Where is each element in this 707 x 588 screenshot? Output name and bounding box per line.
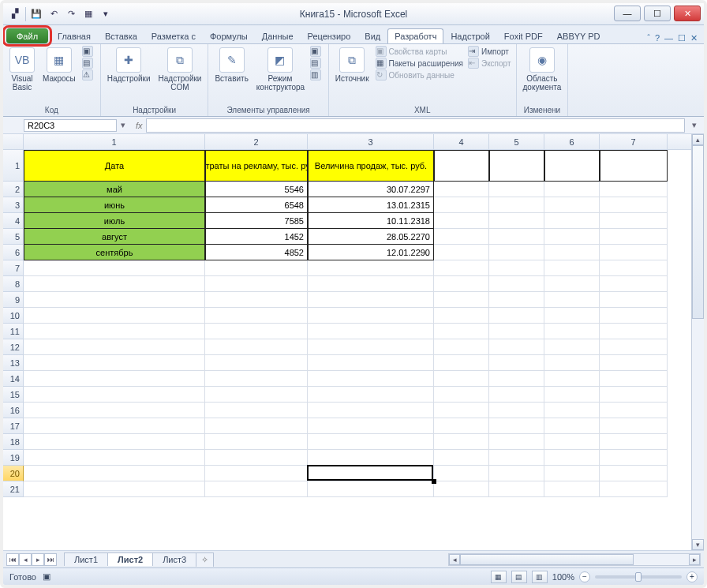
cell[interactable]: 30.07.2297 — [308, 182, 434, 197]
cell[interactable] — [600, 197, 668, 213]
row-header-14[interactable]: 14 — [3, 371, 24, 387]
vertical-scrollbar[interactable]: ▴ ▾ — [691, 134, 704, 550]
cell[interactable] — [489, 339, 544, 355]
cell[interactable] — [205, 308, 308, 324]
cell[interactable] — [544, 355, 600, 371]
cell[interactable] — [600, 466, 668, 481]
cell[interactable]: 7585 — [205, 213, 308, 229]
cell[interactable] — [434, 213, 489, 229]
cell[interactable] — [600, 213, 668, 229]
qat-dropdown-icon[interactable]: ▾ — [99, 7, 113, 21]
cell[interactable] — [308, 371, 434, 387]
sheet-tab-Лист3[interactable]: Лист3 — [152, 552, 196, 566]
row-header-1[interactable]: 1 — [3, 150, 24, 182]
row-header-21[interactable]: 21 — [3, 481, 24, 497]
cell[interactable] — [600, 387, 668, 403]
row-header-17[interactable]: 17 — [3, 418, 24, 434]
cell[interactable]: 10.11.2318 — [308, 213, 434, 229]
qat-undo-icon[interactable]: ↶ — [47, 7, 61, 21]
scroll-left-icon[interactable]: ◂ — [449, 554, 460, 565]
cell[interactable] — [434, 418, 489, 434]
cell[interactable] — [600, 434, 668, 450]
vertical-scroll-thumb[interactable] — [692, 145, 704, 319]
ribbon-small-item[interactable]: ▤ — [82, 58, 95, 69]
cell[interactable] — [600, 245, 668, 260]
cell[interactable] — [489, 403, 544, 418]
cell[interactable] — [600, 150, 668, 182]
cell[interactable] — [434, 276, 489, 292]
window-minimize-button[interactable]: — — [614, 6, 641, 21]
cell[interactable] — [434, 260, 489, 276]
cell[interactable] — [600, 450, 668, 466]
cell[interactable] — [24, 387, 205, 403]
cell[interactable] — [434, 371, 489, 387]
help-icon[interactable]: ? — [655, 33, 660, 43]
workbook-maximize-icon[interactable]: ☐ — [678, 33, 686, 43]
horizontal-scrollbar[interactable]: ◂ ▸ — [448, 553, 701, 566]
cell[interactable] — [205, 418, 308, 434]
cell[interactable] — [205, 481, 308, 497]
cell[interactable] — [434, 182, 489, 197]
tab-разработч[interactable]: Разработч — [387, 28, 443, 43]
ribbon-режим-конструктора-button[interactable]: ◩Режимконструктора — [255, 46, 305, 93]
tab-формулы[interactable]: Формулы — [203, 28, 255, 43]
cell[interactable] — [544, 292, 600, 308]
cell[interactable] — [308, 292, 434, 308]
cell[interactable] — [544, 434, 600, 450]
cell[interactable] — [544, 466, 600, 481]
cell[interactable] — [205, 466, 308, 481]
row-header-13[interactable]: 13 — [3, 355, 24, 371]
cell[interactable] — [308, 276, 434, 292]
tab-главная[interactable]: Главная — [50, 28, 98, 43]
cell[interactable]: Дата — [24, 150, 205, 182]
cell[interactable] — [24, 481, 205, 497]
column-header-4[interactable]: 4 — [434, 134, 489, 149]
cell[interactable] — [489, 450, 544, 466]
ribbon-надстройки-button[interactable]: ✚Надстройки — [106, 46, 152, 84]
cell[interactable] — [489, 213, 544, 229]
cell[interactable] — [24, 324, 205, 339]
row-header-3[interactable]: 3 — [3, 197, 24, 213]
zoom-in-button[interactable]: + — [686, 571, 698, 582]
select-all-corner[interactable] — [3, 134, 24, 149]
cell[interactable] — [544, 213, 600, 229]
cell[interactable] — [205, 450, 308, 466]
column-header-2[interactable]: 2 — [205, 134, 308, 149]
cell[interactable] — [544, 182, 600, 197]
cell[interactable] — [600, 371, 668, 387]
cell[interactable] — [308, 418, 434, 434]
scroll-right-icon[interactable]: ▸ — [689, 554, 700, 565]
name-box-dropdown-icon[interactable]: ▾ — [117, 120, 129, 130]
column-header-3[interactable]: 3 — [308, 134, 434, 149]
row-header-15[interactable]: 15 — [3, 387, 24, 403]
cell[interactable] — [544, 150, 600, 182]
column-header-1[interactable]: 1 — [24, 134, 205, 149]
cell[interactable] — [24, 355, 205, 371]
cell[interactable] — [600, 229, 668, 245]
cell[interactable] — [600, 324, 668, 339]
cell[interactable]: 1452 — [205, 229, 308, 245]
ribbon-minimize-icon[interactable]: ˆ — [647, 33, 650, 43]
cell[interactable] — [434, 245, 489, 260]
cell[interactable] — [205, 434, 308, 450]
cell[interactable] — [24, 260, 205, 276]
cell[interactable] — [24, 466, 205, 481]
cell[interactable] — [434, 339, 489, 355]
cell[interactable] — [308, 466, 434, 481]
sheet-nav-first-icon[interactable]: ⏮ — [6, 553, 19, 566]
row-header-10[interactable]: 10 — [3, 308, 24, 324]
cell[interactable] — [600, 292, 668, 308]
cell[interactable] — [24, 371, 205, 387]
fx-icon[interactable]: fx — [136, 121, 143, 130]
cell[interactable] — [308, 308, 434, 324]
cell[interactable]: июнь — [24, 197, 205, 213]
row-header-6[interactable]: 6 — [3, 245, 24, 260]
cell[interactable]: Величина продаж, тыс. руб. — [308, 150, 434, 182]
cell[interactable]: Затраты на рекламу, тыс. руб. — [205, 150, 308, 182]
cell[interactable] — [24, 450, 205, 466]
cell[interactable]: 28.05.2270 — [308, 229, 434, 245]
tab-вставка[interactable]: Вставка — [98, 28, 144, 43]
cell[interactable] — [434, 403, 489, 418]
ribbon-макросы-button[interactable]: ▦Макросы — [41, 46, 77, 84]
sheet-nav-next-icon[interactable]: ▸ — [32, 553, 44, 566]
